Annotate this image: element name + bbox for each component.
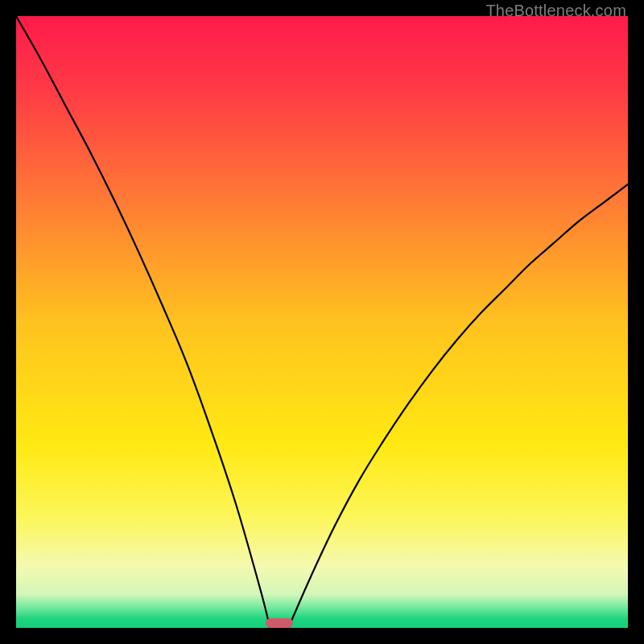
watermark-text: TheBottleneck.com xyxy=(485,2,626,20)
bottleneck-chart xyxy=(16,16,628,628)
chart-frame xyxy=(16,16,628,628)
bottleneck-marker xyxy=(266,618,293,628)
chart-background xyxy=(16,16,628,628)
